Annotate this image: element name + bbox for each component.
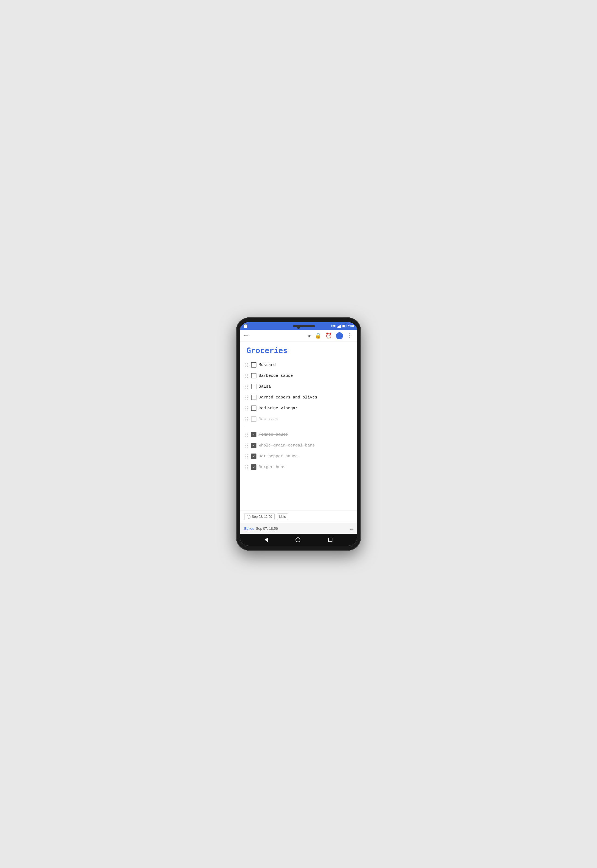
checkmark-icon: ✓ [252, 465, 255, 469]
checked-list: ✓ Tomato sauce ✓ Whole-grain cereal bars [240, 429, 357, 473]
checkmark-icon: ✓ [252, 444, 255, 447]
checkmark-icon: ✓ [252, 455, 255, 458]
nav-bar [240, 534, 357, 546]
list-item: Mustard [244, 359, 353, 370]
footer-meta: ◯ Sep 08, 12:00 Lists [240, 510, 357, 523]
battery-icon [342, 325, 346, 327]
nav-back-button[interactable] [264, 538, 268, 542]
phone-screen: 📋 LTE 7:00 ← ★ [240, 322, 357, 546]
item-label: Hot pepper sauce [258, 454, 298, 459]
list-item: ✓ Tomato sauce [244, 429, 353, 440]
list-item: ✓ Burger buns [244, 462, 353, 473]
list-item: Red-wine vinegar [244, 403, 353, 414]
toolbar-left: ← [244, 332, 248, 339]
toolbar-right: ★ 🔒 ⏰ ⋮ [307, 332, 353, 339]
new-item-checkbox[interactable] [251, 416, 257, 422]
checkmark-icon: ✓ [252, 433, 255, 437]
new-item-row: New item [244, 414, 353, 425]
checkbox-checked[interactable]: ✓ [251, 443, 257, 448]
list-item: Barbecue sauce [244, 370, 353, 381]
status-bar-left: 📋 [243, 324, 248, 329]
checkbox-checked[interactable]: ✓ [251, 432, 257, 437]
item-label: Burger buns [258, 465, 285, 470]
checkbox-checked[interactable]: ✓ [251, 464, 257, 470]
more-button[interactable]: ⋮ [347, 332, 353, 339]
app-icon: 📋 [243, 324, 248, 329]
item-label: Barbecue sauce [258, 373, 293, 378]
list-item: ✓ Hot pepper sauce [244, 451, 353, 462]
drag-handle[interactable] [244, 432, 249, 437]
drag-handle[interactable] [244, 384, 249, 389]
phone-frame: 📋 LTE 7:00 ← ★ [236, 317, 361, 551]
back-button[interactable]: ← [244, 332, 248, 339]
signal-icon [337, 324, 341, 328]
section-divider [244, 427, 353, 427]
list-item: Jarred capers and olives [244, 392, 353, 403]
new-item-placeholder[interactable]: New item [258, 417, 278, 422]
lte-indicator: LTE [331, 325, 336, 327]
checkbox[interactable] [251, 395, 257, 400]
list-item: Salsa [244, 381, 353, 392]
note-content: Groceries Mustard [240, 342, 357, 510]
color-button[interactable] [336, 332, 343, 339]
drag-handle [244, 417, 249, 422]
drag-handle[interactable] [244, 406, 249, 411]
checkbox[interactable] [251, 362, 257, 367]
checkbox[interactable] [251, 384, 257, 389]
drag-handle[interactable] [244, 454, 249, 459]
toolbar: ← ★ 🔒 ⏰ ⋮ [240, 330, 357, 342]
drag-handle[interactable] [244, 373, 249, 378]
item-label: Mustard [258, 363, 276, 367]
nav-home-button[interactable] [296, 537, 300, 542]
status-time: 7:00 [348, 324, 354, 328]
checkbox[interactable] [251, 373, 257, 378]
list-tag[interactable]: Lists [277, 514, 288, 520]
status-bar-right: LTE 7:00 [331, 324, 354, 328]
list-tag-text: Lists [279, 515, 286, 518]
edit-bar: Edited Sep 07, 18:56 … [240, 523, 357, 534]
item-label: Whole-grain cereal bars [258, 443, 315, 448]
item-label: Salsa [258, 384, 271, 389]
drag-handle[interactable] [244, 362, 249, 367]
nav-recents-button[interactable] [328, 538, 333, 542]
phone-speaker [293, 325, 315, 327]
edited-date: Sep 07, 18:56 [256, 526, 278, 530]
edit-more-button[interactable]: … [350, 526, 353, 531]
edited-label: Edited [244, 526, 254, 530]
edit-bar-left: Edited Sep 07, 18:56 [244, 526, 278, 530]
drag-handle[interactable] [244, 443, 249, 448]
item-label: Tomato sauce [258, 433, 288, 437]
list-item: ✓ Whole-grain cereal bars [244, 440, 353, 451]
item-label: Jarred capers and olives [258, 395, 317, 400]
item-label: Red-wine vinegar [258, 406, 298, 411]
date-tag-text: Sep 08, 12:00 [252, 515, 272, 518]
clock-icon: ◯ [247, 515, 251, 518]
note-title: Groceries [240, 346, 357, 359]
checkbox-checked[interactable]: ✓ [251, 453, 257, 459]
lock-button[interactable]: 🔒 [315, 332, 322, 339]
star-button[interactable]: ★ [307, 332, 311, 339]
alarm-button[interactable]: ⏰ [325, 332, 332, 339]
drag-handle[interactable] [244, 395, 249, 400]
checkbox[interactable] [251, 406, 257, 411]
date-tag[interactable]: ◯ Sep 08, 12:00 [244, 513, 275, 520]
unchecked-list: Mustard Barbecue sauce [240, 359, 357, 425]
drag-handle[interactable] [244, 465, 249, 470]
